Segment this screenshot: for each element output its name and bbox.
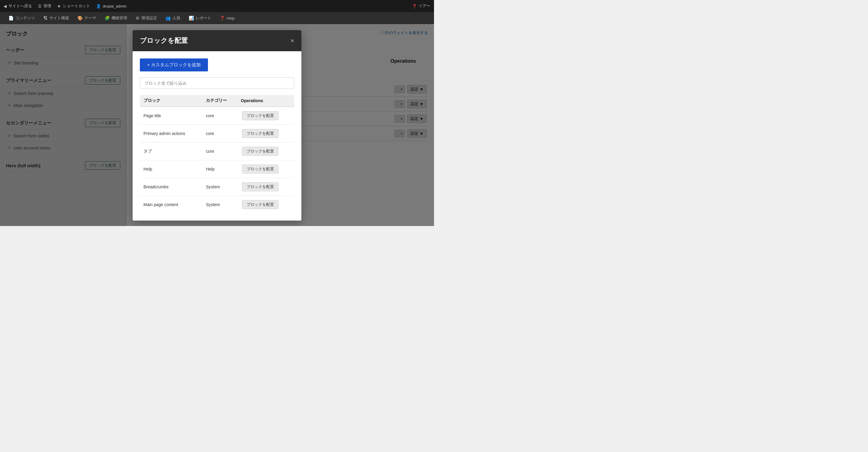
col-operations: Operations	[239, 95, 294, 107]
page-content: ブロック ヘッダー ブロックを配置 ✛ Site branding プライマリー…	[0, 24, 434, 226]
help-icon: ❓	[412, 4, 417, 8]
user-icon: 👤	[96, 4, 101, 8]
reports-icon: 📊	[189, 16, 194, 21]
nav-extend[interactable]: 🧩 機能管理	[101, 13, 131, 23]
toolbar-right: ❓ ツアー	[412, 3, 430, 9]
place-block-btn-help[interactable]: ブロックを配置	[242, 164, 278, 173]
modal-close-button[interactable]: ×	[290, 38, 294, 44]
cell-operations: ブロックを配置	[239, 107, 294, 125]
cell-operations: ブロックを配置	[239, 125, 294, 142]
cell-block-name: Main page content	[140, 196, 202, 214]
nav-config[interactable]: ⚙ 環境設定	[132, 13, 161, 23]
star-icon: ★	[57, 4, 61, 8]
block-table: ブロック カテゴリー Operations Page titlecoreブロック…	[140, 95, 294, 213]
structure-icon: 🏗	[43, 16, 48, 21]
add-custom-block-button[interactable]: + カスタムブロックを追加	[140, 59, 208, 71]
table-header: ブロック カテゴリー Operations	[140, 95, 294, 107]
table-row: HelpHelpブロックを配置	[140, 160, 294, 178]
content-icon: 📄	[8, 16, 13, 21]
admin-toolbar: ◀ サイトへ戻る ☰ 管理 ★ ショートカット 👤 drupal_admin ❓…	[0, 0, 434, 12]
cell-category: core	[202, 125, 239, 142]
back-to-site[interactable]: ◀ サイトへ戻る	[4, 3, 32, 9]
nav-help[interactable]: ❓ Help	[216, 13, 239, 23]
table-row: Primary admin actionscoreブロックを配置	[140, 125, 294, 142]
cell-block-name: Page title	[140, 107, 202, 125]
cell-block-name: Primary admin actions	[140, 125, 202, 142]
nav-content[interactable]: 📄 コンテンツ	[5, 13, 38, 23]
table-body: Page titlecoreブロックを配置Primary admin actio…	[140, 107, 294, 213]
secondary-nav: 📄 コンテンツ 🏗 サイト構築 🎨 テーマ 🧩 機能管理 ⚙ 環境設定 👥 人員…	[0, 12, 434, 24]
cell-category: System	[202, 178, 239, 196]
modal-title: ブロックを配置	[140, 36, 188, 45]
place-block-btn-page-title[interactable]: ブロックを配置	[242, 111, 278, 120]
nav-appearance[interactable]: 🎨 テーマ	[74, 13, 100, 23]
modal: ブロックを配置 × + カスタムブロックを追加 ブロック カテゴリー Opera…	[133, 30, 301, 221]
nav-help-icon: ❓	[220, 16, 225, 21]
back-icon: ◀	[4, 4, 7, 8]
cell-category: Help	[202, 160, 239, 178]
place-block-btn-tabs[interactable]: ブロックを配置	[242, 147, 278, 156]
shortcuts-menu[interactable]: ★ ショートカット	[57, 3, 90, 9]
col-block: ブロック	[140, 95, 202, 107]
table-row: Main page contentSystemブロックを配置	[140, 196, 294, 214]
cell-category: core	[202, 107, 239, 125]
cell-block-name: タブ	[140, 142, 202, 160]
management-menu[interactable]: ☰ 管理	[38, 3, 51, 9]
appearance-icon: 🎨	[78, 16, 83, 21]
cell-block-name: Breadcrumbs	[140, 178, 202, 196]
modal-overlay: ブロックを配置 × + カスタムブロックを追加 ブロック カテゴリー Opera…	[0, 24, 434, 226]
table-row: Page titlecoreブロックを配置	[140, 107, 294, 125]
modal-header: ブロックを配置 ×	[133, 30, 301, 51]
cell-category: core	[202, 142, 239, 160]
table-row: BreadcrumbsSystemブロックを配置	[140, 178, 294, 196]
nav-structure[interactable]: 🏗 サイト構築	[40, 13, 73, 23]
extend-icon: 🧩	[104, 16, 110, 21]
cell-operations: ブロックを配置	[239, 142, 294, 160]
table-row: タブcoreブロックを配置	[140, 142, 294, 160]
nav-people[interactable]: 👥 人員	[162, 13, 184, 23]
cell-operations: ブロックを配置	[239, 196, 294, 214]
cell-operations: ブロックを配置	[239, 178, 294, 196]
cell-block-name: Help	[140, 160, 202, 178]
place-block-btn-breadcrumbs[interactable]: ブロックを配置	[242, 182, 278, 191]
tour-button[interactable]: ❓ ツアー	[412, 3, 430, 9]
modal-body: + カスタムブロックを追加 ブロック カテゴリー Operations Page…	[133, 51, 301, 221]
people-icon: 👥	[165, 16, 170, 21]
cell-category: System	[202, 196, 239, 214]
user-menu[interactable]: 👤 drupal_admin	[96, 4, 127, 8]
place-block-btn-primary-admin-actions[interactable]: ブロックを配置	[242, 129, 278, 138]
col-category: カテゴリー	[202, 95, 239, 107]
place-block-btn-main-page-content[interactable]: ブロックを配置	[242, 200, 278, 209]
cell-operations: ブロックを配置	[239, 160, 294, 178]
block-search-input[interactable]	[140, 77, 294, 89]
config-icon: ⚙	[135, 16, 140, 21]
table-header-row: ブロック カテゴリー Operations	[140, 95, 294, 107]
nav-reports[interactable]: 📊 レポート	[185, 13, 215, 23]
menu-icon: ☰	[38, 4, 41, 8]
